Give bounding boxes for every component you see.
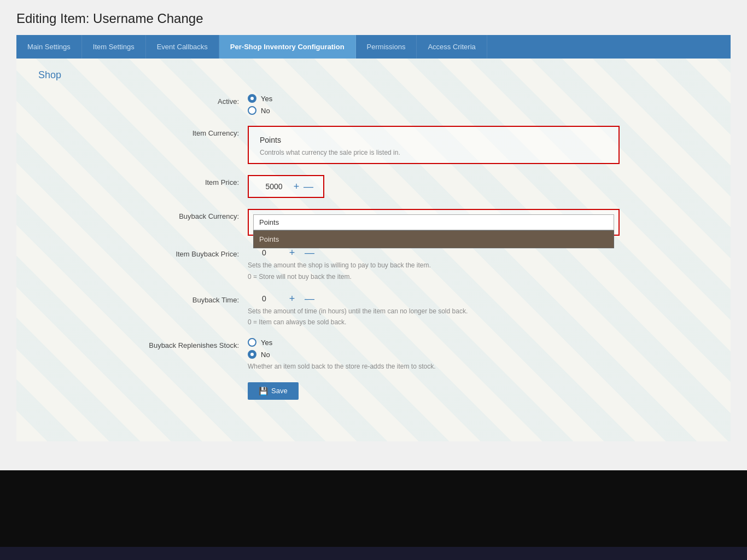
item-currency-label: Item Currency: — [127, 126, 248, 137]
active-no-label: No — [261, 107, 270, 115]
item-buyback-price-plus-button[interactable]: + — [286, 247, 298, 259]
active-yes-label: Yes — [261, 95, 272, 103]
item-price-minus-button[interactable]: — — [302, 180, 314, 192]
buyback-time-hint2: 0 = Item can always be sold back. — [248, 318, 620, 327]
buyback-replenishes-no-label: No — [261, 351, 270, 359]
active-radio-group: Yes No — [248, 94, 620, 115]
tab-per-shop-inventory[interactable]: Per-Shop Inventory Configuration — [219, 35, 356, 59]
buyback-currency-row: Buyback Currency: Points — [127, 209, 620, 236]
shop-header: Shop — [33, 69, 714, 81]
buyback-currency-label: Buyback Currency: — [127, 209, 248, 220]
item-buyback-price-label: Item Buyback Price: — [127, 247, 248, 258]
content-area: Shop Active: Yes No — [16, 59, 731, 441]
buyback-currency-control: Points — [248, 209, 620, 236]
item-currency-control: Points Controls what currency the sale p… — [248, 126, 620, 164]
buyback-currency-bordered: Points — [248, 209, 620, 236]
buyback-time-control: 0 + — Sets the amount of time (in hours)… — [248, 293, 620, 328]
page-title: Editing Item: Username Change — [16, 11, 731, 26]
buyback-time-hint1: Sets the amount of time (in hours) until… — [248, 307, 620, 316]
tab-bar: Main Settings Item Settings Event Callba… — [16, 35, 731, 59]
item-currency-value: Points — [255, 133, 612, 147]
save-button-label: Save — [271, 387, 288, 395]
item-buyback-price-value: 0 — [248, 248, 281, 257]
active-yes-radio[interactable] — [248, 94, 256, 103]
buyback-currency-options: Points — [253, 230, 614, 248]
tab-access-criteria[interactable]: Access Criteria — [417, 35, 487, 59]
active-label: Active: — [127, 94, 248, 106]
save-row: 💾 Save — [127, 382, 620, 400]
buyback-time-plus-button[interactable]: + — [286, 293, 298, 305]
buyback-replenishes-yes-radio[interactable] — [248, 338, 256, 347]
tab-item-settings[interactable]: Item Settings — [82, 35, 146, 59]
tab-permissions[interactable]: Permissions — [356, 35, 417, 59]
item-price-plus-button[interactable]: + — [290, 180, 302, 192]
buyback-currency-option-points[interactable]: Points — [254, 231, 614, 248]
buyback-time-value: 0 — [248, 294, 281, 303]
buyback-time-minus-button[interactable]: — — [304, 293, 316, 305]
buyback-replenishes-yes-option[interactable]: Yes — [248, 338, 620, 347]
buyback-replenishes-control: Yes No Whether an item sold back to the … — [248, 338, 620, 371]
save-label-spacer — [127, 382, 248, 386]
item-buyback-price-minus-button[interactable]: — — [304, 247, 316, 259]
save-button[interactable]: 💾 Save — [248, 382, 299, 400]
item-price-bordered: 5000 + — — [248, 175, 324, 198]
tab-event-callbacks[interactable]: Event Callbacks — [146, 35, 219, 59]
item-buyback-price-control: 0 + — Sets the amount the shop is willin… — [248, 247, 620, 282]
active-yes-option[interactable]: Yes — [248, 94, 620, 103]
item-price-row: Item Price: 5000 + — — [127, 175, 620, 198]
buyback-time-row: Buyback Time: 0 + — Sets the amount of t… — [127, 293, 620, 328]
save-icon: 💾 — [259, 387, 268, 395]
buyback-replenishes-row: Buyback Replenishes Stock: Yes No Whethe… — [127, 338, 620, 371]
buyback-replenishes-label: Buyback Replenishes Stock: — [127, 338, 248, 349]
active-no-radio[interactable] — [248, 106, 256, 115]
buyback-time-label: Buyback Time: — [127, 293, 248, 304]
item-price-value: 5000 — [258, 182, 290, 191]
buyback-currency-dropdown: Points — [253, 214, 614, 230]
item-buyback-price-hint1: Sets the amount the shop is willing to p… — [248, 261, 620, 270]
buyback-replenishes-radio-group: Yes No — [248, 338, 620, 359]
item-price-label: Item Price: — [127, 175, 248, 186]
item-currency-row: Item Currency: Points Controls what curr… — [127, 126, 620, 164]
item-buyback-price-row: Item Buyback Price: 0 + — Sets the amoun… — [127, 247, 620, 282]
item-buyback-price-hint2: 0 = Store will not buy back the item. — [248, 272, 620, 282]
active-control: Yes No — [248, 94, 620, 115]
tab-main-settings[interactable]: Main Settings — [16, 35, 82, 59]
buyback-replenishes-yes-label: Yes — [261, 339, 272, 347]
buyback-replenishes-hint: Whether an item sold back to the store r… — [248, 362, 620, 371]
buyback-time-value-row: 0 + — — [248, 293, 620, 305]
item-buyback-price-value-row: 0 + — — [248, 247, 620, 259]
bottom-bar — [0, 470, 747, 547]
item-currency-bordered: Points Controls what currency the sale p… — [248, 126, 620, 164]
active-no-option[interactable]: No — [248, 106, 620, 115]
active-row: Active: Yes No — [127, 94, 620, 115]
buyback-currency-input[interactable] — [253, 214, 614, 230]
save-control: 💾 Save — [248, 382, 620, 400]
item-price-control: 5000 + — — [248, 175, 620, 198]
buyback-replenishes-no-radio[interactable] — [248, 350, 256, 359]
buyback-replenishes-no-option[interactable]: No — [248, 350, 620, 359]
item-currency-hint: Controls what currency the sale price is… — [255, 149, 612, 156]
form-section: Active: Yes No Item — [127, 94, 620, 400]
